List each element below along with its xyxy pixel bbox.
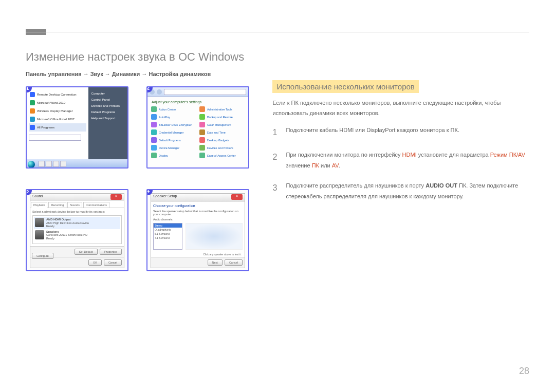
control-panel-item: Backup and Restore xyxy=(199,114,245,120)
step-number: 3 xyxy=(272,180,286,202)
sound-tab: Sounds xyxy=(67,202,82,208)
page-content: Изменение настроек звука в ОС Windows Па… xyxy=(26,50,529,282)
control-panel-item: Desktop Gadgets xyxy=(199,137,245,143)
dev1-sub2: Ready xyxy=(46,225,54,228)
cancel-button: Cancel xyxy=(225,259,243,266)
control-panel-item: Administrative Tools xyxy=(199,106,245,113)
right-column: Использование нескольких мониторов Если … xyxy=(262,50,529,282)
control-panel-item: Device Manager xyxy=(151,144,197,151)
start-menu-item: Help and Support xyxy=(90,115,125,121)
control-panel-item: Action Center xyxy=(151,106,197,113)
start-menu-item: Computer xyxy=(90,90,125,97)
sp-title: Speaker Setup xyxy=(153,194,177,201)
intro-paragraph: Если к ПК подключено несколько мониторов… xyxy=(272,98,529,119)
taskbar xyxy=(27,159,127,167)
control-panel-item: BitLocker Drive Encryption xyxy=(151,121,197,128)
speaker-option: Quadraphonic xyxy=(154,228,182,232)
page-number: 28 xyxy=(519,366,529,377)
start-menu-item: Microsoft Word 2010 xyxy=(29,99,86,107)
start-menu-item: All Programs xyxy=(29,123,86,132)
start-menu-item: Default Programs xyxy=(90,109,125,115)
configure-button: Configure xyxy=(32,253,53,259)
close-icon: × xyxy=(110,194,122,200)
sound-tab: Communications xyxy=(83,202,109,208)
sound-title: Sound xyxy=(32,194,43,200)
screenshot-control-panel: 2 Adjust your computer's settings Action… xyxy=(146,86,249,169)
search-input xyxy=(29,135,81,141)
control-panel-item: Ease of Access Center xyxy=(199,152,245,159)
header-rule xyxy=(26,32,529,32)
step-text: При подключении монитора по интерфейсу H… xyxy=(286,150,529,171)
start-menu-item: Control Panel xyxy=(90,97,125,103)
properties-button: Properties xyxy=(100,249,122,255)
start-menu-item: Devices and Printers xyxy=(90,103,125,109)
section-title: Использование нескольких мониторов xyxy=(272,80,418,93)
dev1-name: AMD HDMI Output xyxy=(46,218,71,221)
speaker-icon xyxy=(35,218,44,227)
screenshot-speaker-setup: 4 Speaker Setup× Choose your configurati… xyxy=(146,189,249,271)
start-menu-item: Microsoft Office Excel 2007 xyxy=(29,115,86,123)
control-panel-item: Credential Manager xyxy=(151,129,197,136)
sp-heading: Choose your configuration xyxy=(151,202,245,210)
step-text: Подключите кабель HDMI или DisplayPort к… xyxy=(286,125,529,140)
speaker-icon xyxy=(35,230,44,239)
cancel-button: Cancel xyxy=(104,259,122,266)
control-panel-item: Display xyxy=(151,152,197,159)
screenshot-sound-dialog: 3 Sound× PlaybackRecordingSoundsCommunic… xyxy=(26,189,128,271)
speaker-option: 7.1 Surround xyxy=(154,236,182,240)
sp-sub: Select the speaker setup below that is m… xyxy=(151,210,245,216)
sp-note: Click any speaker above to test it. xyxy=(151,252,245,257)
control-panel-item: Date and Time xyxy=(199,129,245,136)
start-menu-item: Wireless Display Manager xyxy=(29,107,86,115)
dev2-name: Speakers xyxy=(46,230,59,233)
dev1-sub1: AMD High Definition Audio Device xyxy=(46,221,89,225)
close-icon: × xyxy=(231,194,243,200)
breadcrumb-path: Панель управления → Звук → Динамики → На… xyxy=(26,71,262,77)
step-number: 1 xyxy=(272,125,286,140)
sp-label: Audio channels: xyxy=(151,216,245,221)
sound-tab: Playback xyxy=(31,202,47,208)
speaker-diagram xyxy=(186,223,243,250)
control-panel-item: Color Management xyxy=(199,121,245,128)
start-orb-icon xyxy=(28,161,35,168)
main-title: Изменение настроек звука в ОС Windows xyxy=(26,50,262,64)
control-panel-item: AutoPlay xyxy=(151,114,197,120)
control-panel-item: Devices and Printers xyxy=(199,144,245,151)
ok-button: OK xyxy=(88,259,102,266)
speaker-option: Stereo xyxy=(154,223,182,228)
control-panel-item: Default Programs xyxy=(151,137,197,143)
dev2-sub1: Conexant 20671 SmartAudio HD xyxy=(46,233,87,236)
start-menu-item: Remote Desktop Connection xyxy=(29,90,86,99)
steps-list: 1Подключите кабель HDMI или DisplayPort … xyxy=(272,125,529,202)
cp-heading: Adjust your computer's settings xyxy=(147,97,248,105)
dev2-sub2: Ready xyxy=(46,237,54,240)
left-column: Изменение настроек звука в ОС Windows Па… xyxy=(26,50,262,282)
sound-instruction: Select a playback device below to modify… xyxy=(32,210,122,213)
setdefault-button: Set Default xyxy=(75,249,98,255)
sound-tab: Recording xyxy=(48,202,66,208)
speaker-option: 5.1 Surround xyxy=(154,232,182,236)
next-button: Next xyxy=(208,259,223,266)
step-number: 2 xyxy=(272,150,286,171)
screenshot-start-menu: 1 Remote Desktop ConnectionMicrosoft Wor… xyxy=(26,86,128,169)
step-text: Подключите распределитель для наушников … xyxy=(286,180,529,202)
screenshot-grid: 1 Remote Desktop ConnectionMicrosoft Wor… xyxy=(26,86,262,282)
